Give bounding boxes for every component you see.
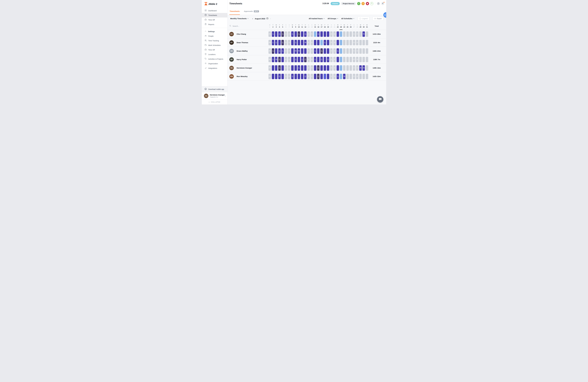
timesheet-cell-day-21[interactable]: R	[333, 65, 336, 71]
timesheet-cell-day-19[interactable]	[327, 48, 329, 54]
timesheet-cell-day-3[interactable]	[275, 48, 277, 54]
timesheet-cell-day-9[interactable]	[294, 65, 297, 71]
timesheet-cell-day-24[interactable]	[343, 31, 345, 37]
timesheet-cell-day-2[interactable]	[272, 40, 274, 45]
day-column-26[interactable]: F26	[350, 22, 352, 30]
sidebar-item-integrations[interactable]: Integrations	[202, 66, 227, 70]
timesheet-cell-day-23[interactable]	[340, 48, 342, 54]
day-column-15[interactable]: M15	[314, 22, 316, 30]
sidebar-item-people[interactable]: People	[202, 34, 227, 38]
timesheet-cell-day-11[interactable]	[301, 74, 303, 79]
timesheet-cell-day-1[interactable]: PH	[269, 65, 271, 71]
timesheet-cell-day-7[interactable]: R	[288, 65, 290, 71]
timesheet-cell-day-14[interactable]: R	[311, 48, 313, 54]
collapse-sidebar-button[interactable]: « COLLAPSE	[202, 100, 227, 105]
timesheet-cell-day-6[interactable]: R	[285, 57, 287, 62]
app-logo[interactable]: Jibble 2	[202, 0, 227, 8]
timesheet-cell-day-16[interactable]	[317, 65, 319, 71]
timesheet-cell-day-28[interactable]: R	[356, 48, 358, 54]
timesheet-cell-day-17[interactable]	[320, 65, 323, 71]
timesheet-cell-day-20[interactable]: R	[330, 40, 333, 45]
timesheet-cell-day-26[interactable]	[350, 57, 352, 62]
day-column-6[interactable]: S6	[285, 22, 287, 30]
timesheet-cell-day-10[interactable]	[298, 74, 300, 79]
timesheet-cell-day-5[interactable]	[281, 57, 284, 62]
timesheet-cell-day-16[interactable]	[317, 74, 319, 79]
timesheet-cell-day-15[interactable]	[314, 31, 316, 37]
tab-approvals[interactable]: Approvals BETA	[244, 10, 259, 15]
day-column-3[interactable]: W3	[275, 22, 277, 30]
day-column-8[interactable]: M8	[291, 22, 294, 30]
timesheet-cell-day-27[interactable]: R	[353, 31, 355, 37]
timesheet-cell-day-11[interactable]	[301, 57, 303, 62]
timesheet-cell-day-25[interactable]	[346, 48, 349, 54]
person-name[interactable]: Dean Thomas	[237, 42, 248, 43]
timesheet-cell-day-13[interactable]: R	[307, 40, 310, 45]
timesheet-cell-day-5[interactable]	[281, 65, 284, 71]
timesheet-cell-day-14[interactable]: R	[311, 65, 313, 71]
timesheet-cell-day-22[interactable]	[336, 31, 339, 37]
timesheet-cell-day-16[interactable]	[317, 48, 319, 54]
timesheet-cell-day-31[interactable]	[366, 40, 368, 45]
timesheet-cell-day-17[interactable]	[320, 57, 323, 62]
timesheet-cell-day-30[interactable]	[362, 48, 365, 54]
timesheet-cell-day-29[interactable]	[359, 31, 362, 37]
timesheet-cell-day-12[interactable]	[304, 48, 307, 54]
timesheet-cell-day-23[interactable]	[340, 65, 342, 71]
day-column-2[interactable]: T2	[272, 22, 274, 30]
timesheet-cell-day-6[interactable]: R	[285, 74, 287, 79]
timesheet-cell-day-24[interactable]: TO	[343, 74, 345, 79]
person-name[interactable]: Ron Weasley	[237, 75, 248, 77]
day-column-4[interactable]: T4	[278, 22, 281, 30]
sidebar-item-time-tracking[interactable]: Time Tracking	[202, 38, 227, 43]
timesheet-cell-day-15[interactable]	[314, 65, 316, 71]
timesheet-cell-day-27[interactable]: R	[353, 65, 355, 71]
legend-button[interactable]: i Legend	[358, 17, 369, 21]
day-column-20[interactable]: S20	[330, 22, 333, 30]
project-pill[interactable]: Project Horcrux	[341, 2, 356, 5]
search-input[interactable]	[232, 25, 250, 27]
timesheet-cell-day-18[interactable]	[324, 65, 326, 71]
timesheet-cell-day-29[interactable]	[359, 48, 362, 54]
day-column-30[interactable]: T30	[362, 22, 365, 30]
tracked-hours-dropdown[interactable]: All tracked hours ▼	[309, 18, 324, 20]
timesheet-cell-day-26[interactable]	[350, 65, 352, 71]
timesheet-cell-day-4[interactable]	[278, 74, 281, 79]
sidebar-item-reports[interactable]: Reports	[202, 22, 227, 27]
timesheet-cell-day-13[interactable]: R	[307, 74, 310, 79]
timesheet-cell-day-21[interactable]: R	[333, 31, 336, 37]
timesheet-cell-day-1[interactable]: PH	[269, 31, 271, 37]
timesheet-cell-day-1[interactable]: PH	[269, 40, 271, 45]
timesheet-cell-day-7[interactable]: R	[288, 74, 290, 79]
day-column-23[interactable]: T23	[340, 22, 342, 30]
timesheet-cell-day-27[interactable]: R	[353, 48, 355, 54]
person-name[interactable]: Cho Chang	[237, 33, 246, 35]
timesheet-cell-day-6[interactable]: R	[285, 40, 287, 45]
timesheet-cell-day-31[interactable]	[366, 48, 368, 54]
timesheet-cell-day-24[interactable]	[343, 65, 345, 71]
timesheet-cell-day-15[interactable]	[314, 74, 316, 79]
timesheet-cell-day-12[interactable]: TO	[304, 40, 307, 45]
timesheet-cell-day-10[interactable]	[298, 65, 300, 71]
timesheet-cell-day-28[interactable]: R	[356, 65, 358, 71]
avatar[interactable]: DM	[229, 49, 234, 53]
timesheet-cell-day-10[interactable]	[298, 31, 300, 37]
person-name[interactable]: Harry Potter	[237, 59, 247, 61]
day-column-7[interactable]: S7	[288, 22, 290, 30]
timesheet-cell-day-18[interactable]	[324, 31, 326, 37]
timesheet-cell-day-18[interactable]	[324, 48, 326, 54]
timesheet-cell-day-20[interactable]: R	[330, 31, 333, 37]
timesheet-cell-day-22[interactable]	[336, 74, 339, 79]
timesheet-cell-day-14[interactable]: R	[311, 31, 313, 37]
stop-timer-button[interactable]	[366, 2, 369, 5]
timesheet-cell-day-10[interactable]	[298, 57, 300, 62]
timesheet-cell-day-29[interactable]	[359, 74, 362, 79]
day-column-13[interactable]: S13	[307, 22, 310, 30]
timesheet-cell-day-31[interactable]	[366, 74, 368, 79]
break-button[interactable]	[361, 2, 365, 5]
day-column-17[interactable]: W17	[320, 22, 323, 30]
avatar[interactable]: CC	[229, 32, 234, 36]
period-dropdown[interactable]: Monthly Timesheets ▼	[230, 18, 249, 20]
timesheet-cell-day-29[interactable]	[359, 57, 362, 62]
timesheet-cell-day-4[interactable]	[278, 48, 281, 54]
